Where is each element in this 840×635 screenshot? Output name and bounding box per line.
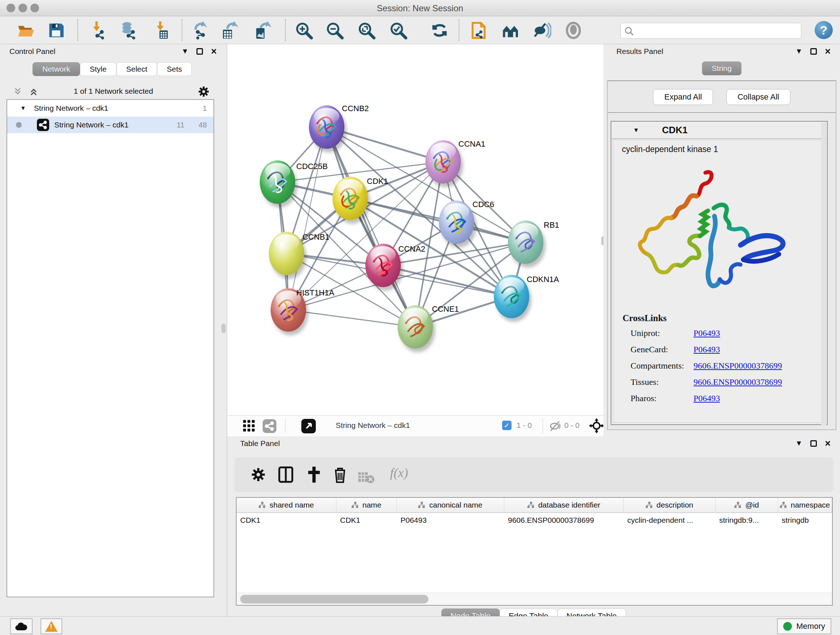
table-cell[interactable]: CDK1 <box>336 513 397 529</box>
network-share-icon[interactable] <box>263 419 276 433</box>
column-header-canonical-name[interactable]: canonical name <box>397 498 504 512</box>
expand-all-networks-icon[interactable] <box>28 86 39 97</box>
tab-network[interactable]: Network <box>33 62 80 76</box>
table-cell[interactable]: CDK1 <box>237 513 336 529</box>
results-scrollbar[interactable] <box>821 122 826 425</box>
table-panel-float-icon[interactable] <box>810 440 817 447</box>
table-cell[interactable]: P06493 <box>397 513 504 529</box>
node-label-CDK1: CDK1 <box>367 177 388 186</box>
column-header--id[interactable]: @id <box>715 498 778 512</box>
hide-edges-icon[interactable] <box>533 21 551 40</box>
table-horizontal-scrollbar[interactable] <box>237 593 832 605</box>
node-CCNB2[interactable] <box>309 105 344 149</box>
edge-CDK1-RB1[interactable] <box>350 198 526 242</box>
warnings-button[interactable] <box>41 618 62 634</box>
control-panel-close-icon[interactable]: × <box>211 48 217 55</box>
control-panel-collapse-icon[interactable]: ▼ <box>181 47 188 55</box>
selected-checkbox-icon[interactable]: ✓ <box>502 421 512 430</box>
node-CCNA1[interactable] <box>425 140 461 184</box>
node-CDC6[interactable] <box>439 201 474 244</box>
node-CCNA2[interactable] <box>365 244 401 287</box>
zoom-out-icon[interactable] <box>325 21 344 40</box>
network-collection-row[interactable]: ▼ String Network – cdk1 1 <box>7 100 213 117</box>
search-icon <box>624 27 634 36</box>
control-panel-float-icon[interactable] <box>196 48 203 55</box>
edge-CCNB2-HIST1H1A[interactable] <box>288 127 327 310</box>
column-header-description[interactable]: description <box>624 498 715 512</box>
delete-column-icon[interactable] <box>332 466 349 483</box>
edge-CCNE1-HIST1H1A[interactable] <box>288 310 415 327</box>
export-image-icon[interactable] <box>253 21 271 40</box>
crosslink-link[interactable]: P06493 <box>693 394 720 403</box>
open-in-window-icon[interactable] <box>302 419 316 433</box>
entry-expander-icon[interactable]: ▼ <box>633 127 639 134</box>
network-options-gear-icon[interactable] <box>197 85 210 98</box>
network-label: String Network – cdk1 <box>54 120 128 129</box>
crosslink-link[interactable]: 9606.ENSP00000378699 <box>693 377 782 387</box>
node-CDK1[interactable] <box>332 177 368 220</box>
show-graphics-details-icon[interactable] <box>564 21 583 40</box>
import-network-icon[interactable] <box>89 21 107 40</box>
column-header-namespace[interactable]: namespace <box>778 498 832 512</box>
search-input[interactable] <box>621 23 801 39</box>
table-cell[interactable]: stringdb <box>778 513 832 529</box>
open-session-icon[interactable] <box>17 21 35 40</box>
crosslink-link[interactable]: P06493 <box>693 345 720 355</box>
import-table-icon[interactable] <box>152 21 170 40</box>
expand-all-button[interactable]: Expand All <box>653 89 713 105</box>
table-panel-close-icon[interactable]: × <box>825 440 831 447</box>
column-header-database-identifier[interactable]: database identifier <box>504 498 624 512</box>
column-header-shared-name[interactable]: shared name <box>237 498 336 512</box>
zoom-selected-icon[interactable] <box>389 21 407 40</box>
tab-style[interactable]: Style <box>80 62 117 76</box>
collapse-all-networks-icon[interactable] <box>12 86 23 97</box>
crosslink-link[interactable]: 9606.ENSP00000378699 <box>693 361 782 371</box>
fit-content-crosshair-icon[interactable] <box>589 418 604 433</box>
left-splitter-handle[interactable] <box>221 324 226 333</box>
birds-eye-view-icon[interactable] <box>242 419 256 432</box>
results-panel-collapse-icon[interactable]: ▼ <box>795 47 802 55</box>
show-columns-icon[interactable] <box>277 466 294 483</box>
cloud-status-button[interactable] <box>10 618 33 634</box>
export-table-icon[interactable] <box>221 21 239 40</box>
network-row[interactable]: String Network – cdk1 11 48 <box>7 117 213 133</box>
zoom-in-icon[interactable] <box>295 21 313 40</box>
edge-CCNB2-CCNE1[interactable] <box>327 127 415 327</box>
table-cell[interactable]: 9606.ENSP00000378699 <box>504 513 624 529</box>
memory-button[interactable]: Memory <box>777 618 831 634</box>
column-header-name[interactable]: name <box>336 498 397 512</box>
scrollbar-thumb[interactable] <box>240 595 428 603</box>
results-panel-float-icon[interactable] <box>810 48 817 55</box>
collapse-all-button[interactable]: Collapse All <box>726 89 790 105</box>
table-options-gear-icon[interactable] <box>249 466 267 483</box>
refresh-view-icon[interactable] <box>431 21 448 40</box>
table-panel-collapse-icon[interactable]: ▼ <box>795 439 802 448</box>
node-CDKN1A[interactable] <box>494 275 529 318</box>
tab-select[interactable]: Select <box>117 62 157 76</box>
network-canvas[interactable]: CCNB2CCNA1CDC25BCDK1CDC6RB1CCNB1CCNA2CDK… <box>227 44 603 415</box>
node-RB1[interactable] <box>508 220 543 264</box>
add-column-icon[interactable] <box>305 466 323 483</box>
node-CDC25B[interactable] <box>260 160 295 204</box>
results-panel-close-icon[interactable]: × <box>825 48 831 55</box>
tab-string[interactable]: String <box>702 62 742 75</box>
node-CCNB1[interactable] <box>269 232 304 275</box>
table-cell[interactable]: stringdb:9... <box>715 513 778 529</box>
show-all-windows-icon[interactable] <box>501 21 519 40</box>
help-button[interactable]: ? <box>815 21 833 39</box>
table-row[interactable]: CDK1CDK1P064939606.ENSP00000378699cyclin… <box>237 513 832 529</box>
tree-expander-icon[interactable]: ▼ <box>20 105 26 111</box>
node-CCNE1[interactable] <box>398 305 433 348</box>
crosslink-link[interactable]: P06493 <box>693 328 720 338</box>
save-session-icon[interactable] <box>47 21 65 40</box>
table-cell[interactable]: cyclin-dependent ... <box>624 513 715 529</box>
delete-table-icon[interactable] <box>357 469 375 486</box>
export-network-icon[interactable] <box>192 21 210 40</box>
open-session-doc-icon[interactable] <box>470 21 488 40</box>
table-panel-title: Table Panel <box>240 439 280 448</box>
import-network-database-icon[interactable] <box>119 21 137 40</box>
tab-sets[interactable]: Sets <box>157 62 192 76</box>
zoom-fit-icon[interactable] <box>357 21 376 40</box>
function-builder-icon[interactable]: f(x) <box>390 465 408 480</box>
crosslink-label: Tissues: <box>622 377 693 387</box>
